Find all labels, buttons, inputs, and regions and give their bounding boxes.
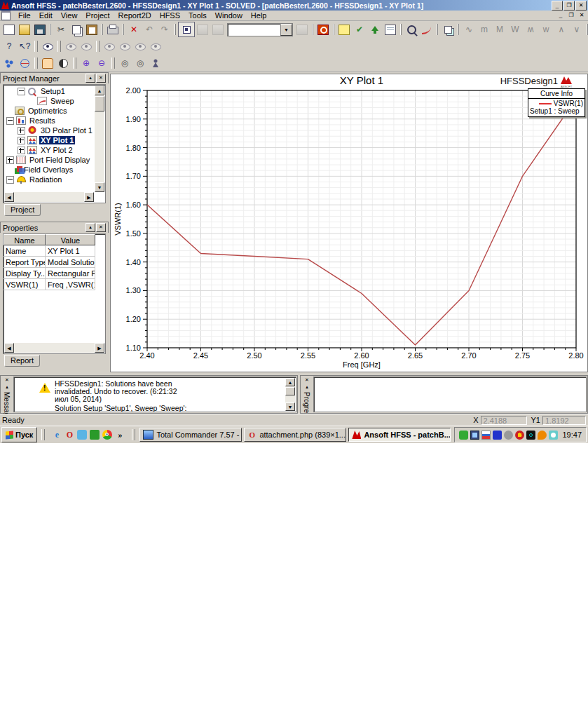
- scroll-left-icon[interactable]: ◀: [4, 192, 14, 202]
- expander-plus-icon[interactable]: [6, 156, 14, 164]
- tree-item-3d-polar-plot-1[interactable]: 3D Polar Plot 1: [5, 126, 94, 135]
- trace-style-1-button[interactable]: ∿: [461, 22, 477, 36]
- solution-data-button[interactable]: [336, 22, 352, 36]
- delete-button[interactable]: ✕: [126, 22, 142, 36]
- chrome-icon[interactable]: [102, 430, 112, 440]
- opera-icon[interactable]: O: [64, 430, 74, 440]
- properties-table[interactable]: Name Value NameXY Plot 1Report TypeModal…: [3, 233, 106, 354]
- tray-player-icon[interactable]: [526, 431, 535, 440]
- panel-collapse-icon[interactable]: ▴: [303, 384, 311, 391]
- panel-close-icon[interactable]: ✕: [96, 223, 106, 232]
- tree-item-xy-plot-2[interactable]: XY Plot 2: [5, 145, 94, 155]
- zoom-tool-button[interactable]: [404, 22, 419, 36]
- show-selection-button[interactable]: [63, 39, 78, 53]
- menu-window[interactable]: Window: [211, 11, 247, 20]
- scroll-right-icon[interactable]: ▶: [95, 343, 104, 353]
- output-variables-button[interactable]: [315, 22, 331, 36]
- mdi-restore-button[interactable]: ❐: [566, 11, 576, 20]
- panel-collapse-icon[interactable]: ▴: [86, 74, 95, 83]
- active-view-button[interactable]: [178, 22, 195, 37]
- legend[interactable]: Curve Info VSWR(1) Setup1 : Sweep: [528, 88, 585, 117]
- minimize-button[interactable]: _: [552, 1, 563, 11]
- menu-help[interactable]: Help: [247, 11, 271, 20]
- create-report-button[interactable]: [383, 22, 398, 36]
- tab-report[interactable]: Report: [4, 355, 40, 367]
- zoom-window-button[interactable]: ◎: [117, 56, 132, 70]
- validate-button[interactable]: ✔: [352, 22, 367, 36]
- pan-tool-button[interactable]: [195, 22, 210, 36]
- mdi-minimize-button[interactable]: _: [556, 11, 566, 20]
- punto-icon[interactable]: [90, 430, 100, 440]
- tab-project[interactable]: Project: [4, 204, 41, 216]
- task-button-opera[interactable]: Oattachment.php (839×1...: [244, 428, 346, 442]
- message-vertical-scrollbar[interactable]: ▲ ▼: [285, 378, 295, 411]
- expander-plus-icon[interactable]: [18, 127, 25, 135]
- scroll-up-icon[interactable]: ▲: [95, 86, 104, 95]
- messenger-icon[interactable]: [77, 430, 87, 440]
- property-value[interactable]: Modal Solution D...: [46, 257, 95, 268]
- panel-collapse-icon[interactable]: ▴: [86, 223, 95, 232]
- xy-plot-window[interactable]: 2.402.452.502.552.602.652.702.752.802.00…: [110, 74, 588, 372]
- trace-style-3-button[interactable]: M: [492, 22, 507, 36]
- column-header-value[interactable]: Value: [46, 234, 95, 245]
- expander-minus-icon[interactable]: [18, 88, 25, 95]
- menu-view[interactable]: View: [57, 11, 82, 20]
- scroll-thumb[interactable]: [285, 387, 295, 395]
- coordinate-system-button[interactable]: [1, 56, 17, 70]
- zoom-in-button[interactable]: ⊕: [78, 56, 94, 70]
- scroll-right-icon[interactable]: ▶: [84, 192, 94, 202]
- tray-camera-icon[interactable]: [549, 431, 558, 440]
- print-button[interactable]: [105, 22, 121, 36]
- panel-collapse-icon[interactable]: ▴: [3, 384, 11, 391]
- mdi-close-button[interactable]: ✕: [577, 11, 587, 20]
- scroll-up-icon[interactable]: ▲: [285, 378, 295, 386]
- add-variable-button[interactable]: [294, 22, 310, 36]
- rotate-tool-button[interactable]: [210, 22, 226, 36]
- project-manager-header[interactable]: Project Manager ▴ ✕: [0, 72, 109, 83]
- property-row[interactable]: VSWR(1)Freq ,VSWR(1): [4, 279, 95, 290]
- fit-view-button[interactable]: [55, 56, 71, 70]
- scroll-thumb[interactable]: [95, 96, 104, 111]
- properties-horizontal-scrollbar[interactable]: ◀ ▶: [4, 343, 104, 353]
- xy-plot-chart[interactable]: 2.402.452.502.552.602.652.702.752.802.00…: [111, 74, 587, 372]
- scroll-down-icon[interactable]: ▼: [95, 182, 104, 192]
- zoom-out-button[interactable]: ⊖: [94, 56, 109, 70]
- tree-vertical-scrollbar[interactable]: ▲ ▼: [95, 86, 104, 192]
- message-tab-label[interactable]: Messag: [3, 392, 11, 416]
- arrange-windows-button[interactable]: [440, 22, 456, 36]
- open-file-button[interactable]: [17, 22, 32, 36]
- trace-style-4-button[interactable]: W: [507, 22, 523, 36]
- menu-hfss[interactable]: HFSS: [156, 11, 184, 20]
- panel-close-icon[interactable]: ✕: [303, 377, 311, 384]
- copy-button[interactable]: [69, 22, 84, 36]
- menu-project[interactable]: Project: [81, 11, 114, 20]
- combobox-field[interactable]: [228, 24, 280, 36]
- property-value[interactable]: XY Plot 1: [46, 245, 95, 257]
- restore-button[interactable]: ❐: [563, 1, 575, 11]
- properties-header[interactable]: Properties ▴ ✕: [0, 222, 109, 233]
- window-titlebar[interactable]: Ansoft HFSS - patchBesterL2600 - HFSSDes…: [0, 0, 588, 11]
- progress-tab-label[interactable]: Progre: [303, 392, 310, 413]
- message-list[interactable]: HFSSDesign1: Solutions have beeninvalida…: [13, 377, 296, 412]
- tray-blue-app-icon[interactable]: [493, 431, 502, 440]
- overflow-chevron-icon[interactable]: »: [115, 430, 125, 440]
- menu-edit[interactable]: Edit: [35, 11, 57, 20]
- tree-item-sweep[interactable]: Sweep: [5, 96, 94, 106]
- panel-close-icon[interactable]: ✕: [96, 74, 106, 83]
- menu-file[interactable]: File: [14, 11, 35, 20]
- tray-lang-ru-icon[interactable]: [481, 431, 491, 440]
- column-header-name[interactable]: Name: [4, 234, 46, 245]
- view-orient-2-button[interactable]: [117, 39, 132, 53]
- paste-button[interactable]: [84, 22, 100, 36]
- context-help-button[interactable]: ?: [1, 39, 17, 53]
- trace-style-8-button[interactable]: ∨: [569, 22, 584, 36]
- start-button[interactable]: Пуск: [1, 427, 37, 442]
- mdi-child-icon[interactable]: [1, 11, 11, 20]
- property-row[interactable]: Report TypeModal Solution D...: [4, 257, 95, 268]
- tree-item-optimetrics[interactable]: Optimetrics: [5, 106, 94, 116]
- close-button[interactable]: ✕: [575, 1, 587, 11]
- ie-icon[interactable]: e: [52, 430, 62, 440]
- tree-item-results[interactable]: Results: [5, 116, 94, 126]
- tray-swirl-icon[interactable]: [504, 431, 513, 440]
- tree-item-port-field-display[interactable]: Port Field Display: [5, 155, 94, 165]
